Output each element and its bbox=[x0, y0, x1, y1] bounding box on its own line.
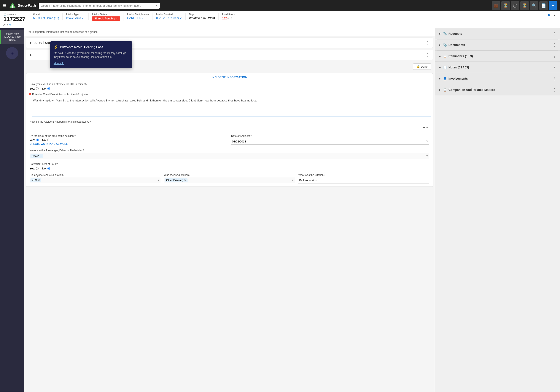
notes-more-icon[interactable]: ⋮ bbox=[553, 65, 557, 70]
circle-icon-btn[interactable]: ◯ bbox=[511, 1, 519, 10]
who-citation-label: Who received citation? bbox=[164, 173, 295, 177]
buzzword-body: 3M paid +9M to the government for sellin… bbox=[54, 51, 129, 59]
on-clock-no-option[interactable]: No: bbox=[42, 138, 50, 142]
passenger-tag-close-icon[interactable]: ✕ bbox=[40, 154, 42, 158]
requests-more-icon[interactable]: ⋮ bbox=[553, 31, 557, 36]
citation-chevron-icon[interactable]: ▼ bbox=[157, 179, 160, 182]
fault-yes-radio[interactable] bbox=[36, 167, 39, 170]
created-label: Intake Created bbox=[156, 13, 182, 16]
client-field-value[interactable]: Mr. Client Demo (36) bbox=[33, 16, 59, 20]
intake-type-value[interactable]: Intake: Auto ✓ bbox=[66, 16, 85, 20]
flag-icon[interactable]: ⚑ bbox=[547, 13, 551, 18]
contact-icon: ⚠ bbox=[34, 41, 37, 45]
description-field: Potential Client Description of Accident… bbox=[32, 93, 431, 118]
right-sidebar: ► 📎 Requests ⋮ ► 📎 Documents ⋮ ► 📋 Remin… bbox=[435, 28, 560, 392]
document-icon-btn[interactable]: 📄 bbox=[539, 1, 548, 10]
sidebar-add-button[interactable]: + bbox=[6, 47, 18, 59]
timer-icon-btn[interactable]: ⏳ bbox=[520, 1, 529, 10]
status-check-icon: ✓ bbox=[116, 17, 118, 20]
buzzword-title: Buzzword match: Hearing Loss bbox=[60, 45, 103, 49]
attorney-yes-radio[interactable] bbox=[36, 87, 39, 90]
briefcase-icon-btn[interactable]: 💼 bbox=[492, 1, 500, 10]
citation-tag-close-icon[interactable]: ✕ bbox=[38, 179, 40, 182]
done-button[interactable]: 🔒 Done bbox=[413, 63, 431, 70]
svg-rect-2 bbox=[12, 5, 13, 8]
reminders-title: Reminders (1 / 3) bbox=[449, 54, 551, 58]
accident-how-select[interactable]: ▼ bbox=[30, 124, 429, 131]
reminders-more-icon[interactable]: ⋮ bbox=[553, 54, 557, 58]
attorney-yes-option[interactable]: Yes: bbox=[30, 87, 39, 90]
on-clock-yes-option[interactable]: Yes: bbox=[30, 138, 39, 142]
accident-how-field: How did the Accident Happen if Not indic… bbox=[26, 118, 433, 133]
on-clock-yes-radio[interactable] bbox=[36, 139, 39, 141]
date-clear-icon[interactable]: ✕ bbox=[426, 140, 429, 143]
second-panel-chevron-icon: ► bbox=[30, 53, 33, 57]
involvements-chevron-icon: ► bbox=[438, 77, 441, 80]
right-panel-notes[interactable]: ► 📄 Notes (63 / 63) ⋮ bbox=[435, 62, 560, 73]
citation-select[interactable]: YES ✕ ▼ bbox=[30, 177, 160, 183]
reminders-icon: 📋 bbox=[443, 54, 447, 58]
clock-icon-btn[interactable]: ⏳ bbox=[501, 1, 510, 10]
who-citation-select[interactable]: Other Driver(s) ✕ ▼ bbox=[164, 177, 295, 183]
search-icon-btn[interactable]: 🔍 bbox=[530, 1, 538, 10]
buzzword-more-info-link[interactable]: More info bbox=[54, 62, 64, 65]
documents-title: Documents bbox=[449, 43, 551, 47]
created-value[interactable]: 09/19/18 10:30am ✓ bbox=[156, 16, 182, 20]
what-citation-label: What was the Citation? bbox=[298, 173, 429, 177]
wc-intake-link[interactable]: CREATE WC INTAKE AS WELL bbox=[30, 143, 228, 145]
attorney-no-radio[interactable] bbox=[47, 87, 50, 90]
passenger-label: Were you the Passenger, Driver or Pedest… bbox=[30, 149, 429, 152]
header-field-lead-score: Lead Score 120 i bbox=[219, 13, 245, 20]
intake-id-section: 🕐 Intake # 1172527 Alt # ✎ bbox=[3, 13, 25, 26]
top-nav: ☰ GrowPath ▼ 💼 ⏳ ◯ ⏳ 🔍 📄 + bbox=[0, 0, 560, 11]
right-panel-involvements[interactable]: ► 👤 Involvements ⋮ bbox=[435, 73, 560, 84]
attorney-no-option[interactable]: No: bbox=[42, 87, 50, 90]
reminders-chevron-icon: ► bbox=[438, 54, 441, 58]
passenger-chevron-icon[interactable]: ▼ bbox=[426, 154, 429, 158]
on-clock-no-radio[interactable] bbox=[47, 139, 50, 141]
header-more-options-icon[interactable]: ⋮ bbox=[553, 13, 557, 18]
alt-edit-icon[interactable]: ✎ bbox=[9, 23, 11, 26]
staff-label: Intake Staff, Intaker bbox=[127, 13, 149, 16]
fault-no-option[interactable]: No: bbox=[42, 167, 50, 170]
fault-yes-option[interactable]: Yes: bbox=[30, 167, 39, 170]
intake-status-badge[interactable]: Sign-Up Pending ✓ bbox=[92, 16, 120, 21]
documents-more-icon[interactable]: ⋮ bbox=[553, 43, 557, 47]
passenger-tag: Driver ✕ bbox=[30, 154, 43, 158]
sidebar-item-intake[interactable]: Intake: Auto #1172527 Client Demo bbox=[0, 30, 24, 44]
who-citation-close-icon[interactable]: ✕ bbox=[184, 179, 186, 182]
accident-how-dropdown[interactable] bbox=[30, 126, 426, 130]
fault-radio-group: Yes: No: bbox=[30, 167, 429, 170]
center-content: Store important information that can be … bbox=[24, 28, 435, 392]
info-icon[interactable]: i bbox=[228, 17, 232, 20]
involvements-more-icon[interactable]: ⋮ bbox=[553, 76, 557, 81]
description-textarea[interactable]: Was driving down Main St. at the interse… bbox=[32, 97, 431, 117]
alt-section[interactable]: Alt # ✎ bbox=[3, 23, 25, 26]
full-contact-more-options-icon[interactable]: ⋮ bbox=[425, 40, 429, 45]
involvements-icon: 👤 bbox=[443, 77, 447, 80]
notes-chevron-icon: ► bbox=[438, 66, 441, 69]
citation-tag: YES ✕ bbox=[30, 178, 41, 182]
search-bar[interactable]: ▼ bbox=[39, 3, 160, 9]
companion-more-icon[interactable]: ⋮ bbox=[553, 87, 557, 92]
on-clock-radio-group: Yes: No: bbox=[30, 138, 228, 142]
right-panel-reminders[interactable]: ► 📋 Reminders (1 / 3) ⋮ bbox=[435, 51, 560, 62]
staff-value[interactable]: CARL,PLK ✓ bbox=[127, 16, 149, 20]
passenger-select[interactable]: Driver ✕ ▼ bbox=[30, 153, 429, 159]
right-panel-requests[interactable]: ► 📎 Requests ⋮ bbox=[435, 28, 560, 39]
citation-row: Did anyone receive a citation? YES ✕ ▼ W… bbox=[26, 172, 433, 187]
hamburger-menu[interactable]: ☰ bbox=[3, 3, 6, 8]
add-icon-btn[interactable]: + bbox=[549, 1, 557, 10]
search-input[interactable] bbox=[41, 4, 154, 7]
date-input[interactable] bbox=[232, 140, 425, 143]
header-field-created: Intake Created 09/19/18 10:30am ✓ bbox=[153, 13, 185, 20]
right-panel-companion[interactable]: ► 📋 Companion And Related Matters ⋮ bbox=[435, 84, 560, 96]
accident-question-label: How did the Accident Happen if Not indic… bbox=[30, 120, 429, 123]
who-citation-chevron-icon[interactable]: ▼ bbox=[291, 179, 294, 182]
right-panel-documents[interactable]: ► 📎 Documents ⋮ bbox=[435, 39, 560, 50]
companion-chevron-icon: ► bbox=[438, 88, 441, 92]
incident-section-title: INCIDENT INFORMATION bbox=[26, 73, 433, 81]
date-field[interactable]: ✕ bbox=[231, 138, 429, 145]
second-panel-more-options-icon[interactable]: ⋮ bbox=[425, 52, 429, 57]
fault-no-radio[interactable] bbox=[47, 167, 50, 170]
